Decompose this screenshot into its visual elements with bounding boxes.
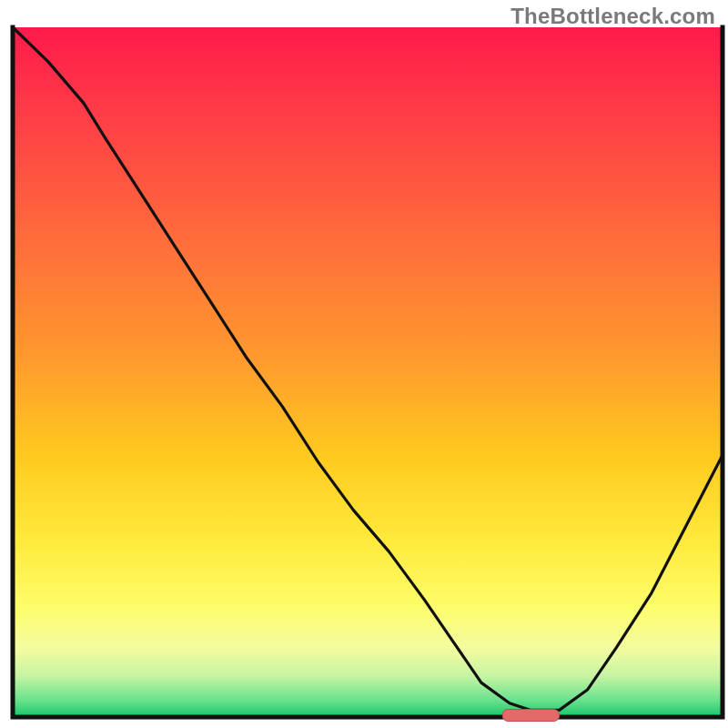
- plot-background: [13, 27, 723, 717]
- optimal-range-marker: [502, 710, 559, 722]
- bottleneck-chart: [0, 0, 728, 728]
- chart-stage: TheBottleneck.com: [0, 0, 728, 728]
